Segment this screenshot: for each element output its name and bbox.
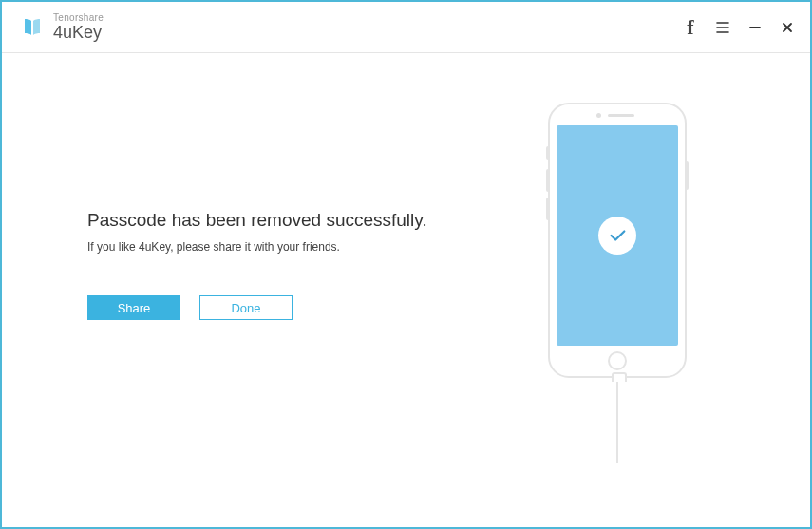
- success-check-icon: [598, 217, 636, 255]
- brand-text: Tenorshare 4uKey: [53, 13, 104, 41]
- success-subline: If you like 4uKey, please share it with …: [87, 240, 486, 254]
- phone-side-button: [546, 198, 549, 220]
- phone-home-button: [608, 351, 627, 370]
- phone-side-button: [546, 169, 549, 192]
- phone-side-button: [686, 161, 689, 190]
- share-button[interactable]: Share: [87, 295, 180, 320]
- phone-illustration: [532, 103, 703, 463]
- title-bar: Tenorshare 4uKey f: [2, 2, 810, 53]
- phone-cable: [616, 378, 618, 463]
- facebook-icon[interactable]: f: [683, 20, 698, 35]
- phone-screen: [557, 125, 678, 346]
- phone-body: [548, 103, 687, 378]
- phone-side-button: [546, 146, 549, 160]
- message-panel: Passcode has been removed successfully. …: [87, 210, 486, 320]
- brand-block: Tenorshare 4uKey: [21, 13, 104, 41]
- menu-icon[interactable]: [715, 20, 730, 35]
- button-row: Share Done: [87, 295, 486, 320]
- app-logo-icon: [21, 16, 44, 39]
- done-button[interactable]: Done: [199, 295, 293, 320]
- minimize-icon[interactable]: [747, 20, 763, 35]
- brand-company: Tenorshare: [53, 13, 104, 23]
- close-icon[interactable]: [780, 20, 795, 35]
- title-actions: f: [683, 20, 795, 35]
- content-area: Passcode has been removed successfully. …: [2, 53, 810, 527]
- success-headline: Passcode has been removed successfully.: [87, 210, 486, 231]
- brand-product: 4uKey: [53, 24, 104, 41]
- app-window: Tenorshare 4uKey f Passcode has been rem…: [0, 0, 812, 529]
